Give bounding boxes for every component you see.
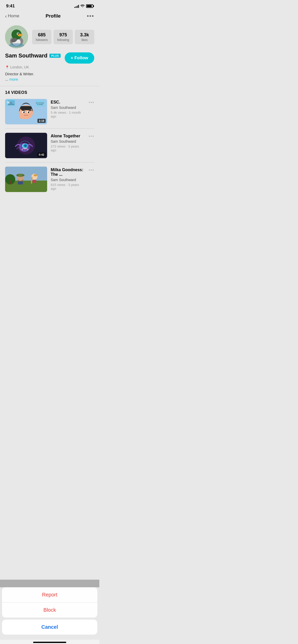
back-label: Home	[8, 13, 19, 19]
video-more-button[interactable]: •••	[89, 99, 94, 105]
videos-section: 14 VIDEOS NO TATTOOS NO TATTOOS AT WORK	[0, 86, 99, 198]
battery-icon	[86, 4, 93, 8]
video-author: Sam Southward	[51, 178, 85, 182]
video-item-inner: Milka Goodness: The ... Sam Southward 81…	[5, 167, 94, 192]
profile-name: Sam Southward	[5, 52, 47, 59]
svg-point-6	[18, 33, 19, 34]
svg-rect-42	[9, 181, 11, 184]
profile-top: 685 followers 975 following 3.3k likes	[5, 25, 94, 48]
svg-point-23	[28, 112, 29, 113]
status-bar: 9:41	[0, 0, 99, 11]
location-icon: 📍	[5, 65, 9, 69]
video-author: Sam Southward	[51, 106, 85, 110]
nav-bar: ‹ Home Profile •••	[0, 11, 99, 22]
profile-section: 685 followers 975 following 3.3k likes S…	[0, 22, 99, 86]
svg-rect-19	[20, 106, 32, 110]
video-duration: 3:18	[37, 119, 46, 123]
followers-stat[interactable]: 685 followers	[32, 30, 51, 44]
video-meta: 5.4k views · 1 month ago	[51, 111, 85, 118]
video-meta: 272 views · 3 years ago	[51, 144, 85, 152]
bio-content: Director & Writer.	[5, 72, 34, 76]
video-author: Sam Southward	[51, 139, 85, 143]
following-label: following	[56, 38, 71, 42]
video-title: ESC.	[51, 100, 85, 105]
profile-name-row: Sam Southward PLUS	[5, 52, 61, 59]
signal-icon	[74, 4, 79, 8]
video-info: Alone Together Sam Southward 272 views ·…	[51, 133, 85, 152]
svg-point-9	[9, 43, 24, 47]
svg-text:AT WORK: AT WORK	[37, 104, 43, 105]
stats-row: 685 followers 975 following 3.3k likes	[32, 30, 94, 44]
profile-info: Sam Southward PLUS + Follow	[5, 52, 94, 64]
following-count: 975	[56, 32, 71, 38]
location-text: London, UK	[10, 65, 29, 69]
list-item: NO TATTOOS NO TATTOOS AT WORK	[5, 99, 94, 128]
video-meta: 815 views · 3 years ago	[51, 183, 85, 191]
followers-count: 685	[34, 32, 49, 38]
plus-badge: PLUS	[49, 54, 60, 58]
list-item: 0:42 Alone Together Sam Southward 272 vi…	[5, 128, 94, 162]
bio-more-link[interactable]: more	[9, 77, 18, 81]
likes-count: 3.3k	[77, 32, 92, 38]
video-title: Alone Together	[51, 134, 85, 138]
likes-label: likes	[77, 38, 92, 42]
svg-rect-47	[18, 174, 22, 176]
video-thumbnail[interactable]: 0:42	[5, 133, 47, 158]
videos-header: 14 VIDEOS	[5, 90, 94, 95]
video-item-inner: NO TATTOOS NO TATTOOS AT WORK	[5, 99, 94, 124]
svg-rect-49	[33, 180, 36, 183]
video-item-inner: 0:42 Alone Together Sam Southward 272 vi…	[5, 133, 94, 158]
close-icon: ✕	[7, 100, 10, 105]
video-duration: 0:42	[37, 153, 46, 157]
likes-stat[interactable]: 3.3k likes	[75, 30, 94, 44]
profile-name-section: Sam Southward PLUS	[5, 52, 61, 59]
location-row: 📍 London, UK	[5, 65, 94, 69]
followers-label: followers	[34, 38, 49, 42]
status-time: 9:41	[6, 4, 15, 9]
svg-point-32	[24, 144, 27, 147]
video-title: Milka Goodness: The ...	[51, 168, 85, 177]
back-button[interactable]: ‹ Home	[5, 13, 19, 19]
more-button[interactable]: •••	[87, 13, 94, 19]
video-info: ESC. Sam Southward 5.4k views · 1 month …	[51, 99, 85, 118]
list-item: Milka Goodness: The ... Sam Southward 81…	[5, 162, 94, 196]
milka-thumb-image	[5, 167, 47, 192]
video-more-button[interactable]: •••	[89, 167, 94, 173]
back-arrow-icon: ‹	[5, 13, 7, 19]
avatar[interactable]	[5, 25, 28, 48]
following-stat[interactable]: 975 following	[53, 30, 73, 44]
page-title: Profile	[46, 13, 61, 19]
svg-rect-44	[34, 174, 37, 176]
status-icons	[74, 4, 93, 8]
bio-ellipsis: ...	[5, 77, 9, 81]
svg-rect-48	[18, 181, 23, 184]
video-info: Milka Goodness: The ... Sam Southward 81…	[51, 167, 85, 191]
video-thumbnail[interactable]: NO TATTOOS NO TATTOOS AT WORK	[5, 99, 47, 124]
svg-point-22	[23, 112, 25, 113]
bio-text: Director & Writer. ... more	[5, 71, 94, 82]
wifi-icon	[80, 4, 85, 8]
video-thumbnail[interactable]	[5, 167, 47, 192]
follow-button[interactable]: + Follow	[65, 52, 94, 64]
video-more-button[interactable]: •••	[89, 133, 94, 139]
duck-avatar-image	[5, 25, 28, 48]
